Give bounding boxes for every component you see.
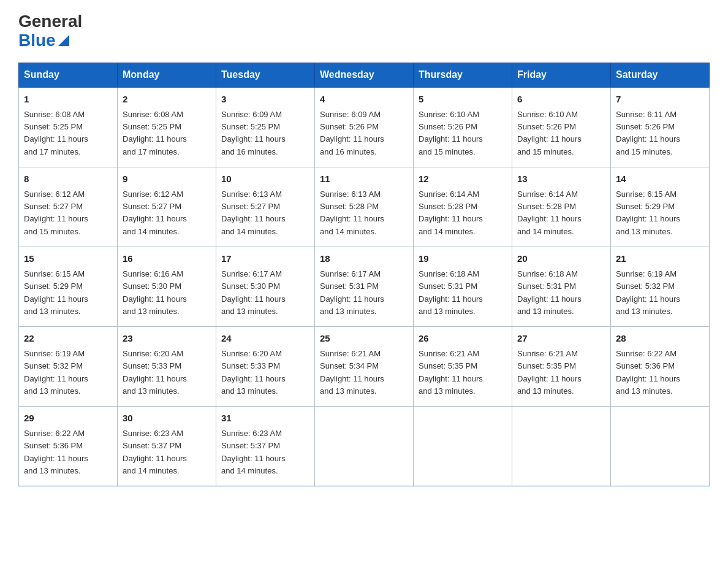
day-info: Sunrise: 6:12 AMSunset: 5:27 PMDaylight:… [123,190,187,236]
calendar-cell: 26Sunrise: 6:21 AMSunset: 5:35 PMDayligh… [414,326,512,406]
col-header-tuesday: Tuesday [216,63,315,87]
day-info: Sunrise: 6:15 AMSunset: 5:29 PMDaylight:… [616,190,680,236]
calendar-cell: 7Sunrise: 6:11 AMSunset: 5:26 PMDaylight… [611,87,710,167]
col-header-thursday: Thursday [414,63,512,87]
col-header-monday: Monday [118,63,216,87]
day-info: Sunrise: 6:21 AMSunset: 5:35 PMDaylight:… [419,349,483,395]
calendar-cell: 20Sunrise: 6:18 AMSunset: 5:31 PMDayligh… [512,247,611,326]
day-number: 30 [123,412,211,426]
day-info: Sunrise: 6:23 AMSunset: 5:37 PMDaylight:… [123,429,187,475]
day-number: 27 [517,332,605,346]
day-number: 22 [24,332,112,346]
day-info: Sunrise: 6:16 AMSunset: 5:30 PMDaylight:… [123,269,187,315]
calendar-cell: 29Sunrise: 6:22 AMSunset: 5:36 PMDayligh… [19,406,118,486]
day-number: 31 [221,412,309,426]
day-info: Sunrise: 6:10 AMSunset: 5:26 PMDaylight:… [517,110,582,156]
day-number: 2 [123,93,211,107]
day-info: Sunrise: 6:18 AMSunset: 5:31 PMDaylight:… [419,269,483,315]
calendar-cell: 13Sunrise: 6:14 AMSunset: 5:28 PMDayligh… [512,167,611,247]
day-number: 1 [24,93,112,107]
day-number: 10 [221,172,309,186]
logo-triangle-icon [58,35,69,46]
day-info: Sunrise: 6:15 AMSunset: 5:29 PMDaylight:… [24,269,88,315]
day-number: 9 [123,172,211,186]
day-number: 11 [320,172,408,186]
calendar-cell [414,406,512,486]
calendar-cell: 31Sunrise: 6:23 AMSunset: 5:37 PMDayligh… [216,406,315,486]
day-number: 20 [517,252,605,266]
day-info: Sunrise: 6:22 AMSunset: 5:36 PMDaylight:… [616,349,680,395]
day-info: Sunrise: 6:14 AMSunset: 5:28 PMDaylight:… [517,190,582,236]
logo-general-text: General [18,12,82,31]
day-number: 13 [517,172,605,186]
day-number: 17 [221,252,309,266]
day-info: Sunrise: 6:19 AMSunset: 5:32 PMDaylight:… [24,349,88,395]
day-info: Sunrise: 6:14 AMSunset: 5:28 PMDaylight:… [419,190,483,236]
day-number: 16 [123,252,211,266]
day-info: Sunrise: 6:18 AMSunset: 5:31 PMDaylight:… [517,269,582,315]
calendar-cell [512,406,611,486]
day-info: Sunrise: 6:08 AMSunset: 5:25 PMDaylight:… [24,110,88,156]
day-info: Sunrise: 6:21 AMSunset: 5:35 PMDaylight:… [517,349,582,395]
day-info: Sunrise: 6:20 AMSunset: 5:33 PMDaylight:… [123,349,187,395]
day-number: 21 [616,252,704,266]
day-number: 5 [419,93,507,107]
day-info: Sunrise: 6:10 AMSunset: 5:26 PMDaylight:… [419,110,483,156]
logo: General Blue [18,12,82,50]
day-number: 6 [517,93,605,107]
svg-marker-0 [58,35,69,46]
day-number: 28 [616,332,704,346]
calendar-cell: 24Sunrise: 6:20 AMSunset: 5:33 PMDayligh… [216,326,315,406]
calendar-cell: 4Sunrise: 6:09 AMSunset: 5:26 PMDaylight… [315,87,414,167]
calendar-header-row: SundayMondayTuesdayWednesdayThursdayFrid… [19,63,710,87]
calendar-cell: 18Sunrise: 6:17 AMSunset: 5:31 PMDayligh… [315,247,414,326]
calendar-week-row: 22Sunrise: 6:19 AMSunset: 5:32 PMDayligh… [19,326,710,406]
calendar-cell: 8Sunrise: 6:12 AMSunset: 5:27 PMDaylight… [19,167,118,247]
calendar-cell: 17Sunrise: 6:17 AMSunset: 5:30 PMDayligh… [216,247,315,326]
calendar-cell: 22Sunrise: 6:19 AMSunset: 5:32 PMDayligh… [19,326,118,406]
col-header-sunday: Sunday [19,63,118,87]
day-number: 26 [419,332,507,346]
day-number: 7 [616,93,704,107]
col-header-saturday: Saturday [611,63,710,87]
day-number: 14 [616,172,704,186]
day-number: 8 [24,172,112,186]
day-info: Sunrise: 6:17 AMSunset: 5:31 PMDaylight:… [320,269,384,315]
day-info: Sunrise: 6:13 AMSunset: 5:27 PMDaylight:… [221,190,286,236]
day-number: 18 [320,252,408,266]
day-info: Sunrise: 6:19 AMSunset: 5:32 PMDaylight:… [616,269,680,315]
calendar-cell: 5Sunrise: 6:10 AMSunset: 5:26 PMDaylight… [414,87,512,167]
col-header-wednesday: Wednesday [315,63,414,87]
day-info: Sunrise: 6:23 AMSunset: 5:37 PMDaylight:… [221,429,286,475]
calendar-cell: 15Sunrise: 6:15 AMSunset: 5:29 PMDayligh… [19,247,118,326]
calendar-week-row: 29Sunrise: 6:22 AMSunset: 5:36 PMDayligh… [19,406,710,486]
calendar-cell [611,406,710,486]
calendar-table: SundayMondayTuesdayWednesdayThursdayFrid… [18,63,710,486]
calendar-cell: 6Sunrise: 6:10 AMSunset: 5:26 PMDaylight… [512,87,611,167]
day-info: Sunrise: 6:11 AMSunset: 5:26 PMDaylight:… [616,110,680,156]
calendar-cell: 2Sunrise: 6:08 AMSunset: 5:25 PMDaylight… [118,87,216,167]
calendar-week-row: 1Sunrise: 6:08 AMSunset: 5:25 PMDaylight… [19,87,710,167]
calendar-cell: 21Sunrise: 6:19 AMSunset: 5:32 PMDayligh… [611,247,710,326]
day-info: Sunrise: 6:22 AMSunset: 5:36 PMDaylight:… [24,429,88,475]
day-number: 24 [221,332,309,346]
calendar-cell: 19Sunrise: 6:18 AMSunset: 5:31 PMDayligh… [414,247,512,326]
calendar-cell: 10Sunrise: 6:13 AMSunset: 5:27 PMDayligh… [216,167,315,247]
calendar-cell: 11Sunrise: 6:13 AMSunset: 5:28 PMDayligh… [315,167,414,247]
calendar-cell: 14Sunrise: 6:15 AMSunset: 5:29 PMDayligh… [611,167,710,247]
calendar-cell: 9Sunrise: 6:12 AMSunset: 5:27 PMDaylight… [118,167,216,247]
logo-blue-text: Blue [18,31,82,50]
day-number: 25 [320,332,408,346]
day-number: 4 [320,93,408,107]
calendar-cell: 16Sunrise: 6:16 AMSunset: 5:30 PMDayligh… [118,247,216,326]
day-info: Sunrise: 6:17 AMSunset: 5:30 PMDaylight:… [221,269,286,315]
col-header-friday: Friday [512,63,611,87]
day-info: Sunrise: 6:09 AMSunset: 5:25 PMDaylight:… [221,110,286,156]
calendar-cell: 27Sunrise: 6:21 AMSunset: 5:35 PMDayligh… [512,326,611,406]
day-info: Sunrise: 6:12 AMSunset: 5:27 PMDaylight:… [24,190,88,236]
day-number: 3 [221,93,309,107]
day-number: 12 [419,172,507,186]
day-info: Sunrise: 6:13 AMSunset: 5:28 PMDaylight:… [320,190,384,236]
day-number: 15 [24,252,112,266]
day-info: Sunrise: 6:20 AMSunset: 5:33 PMDaylight:… [221,349,286,395]
